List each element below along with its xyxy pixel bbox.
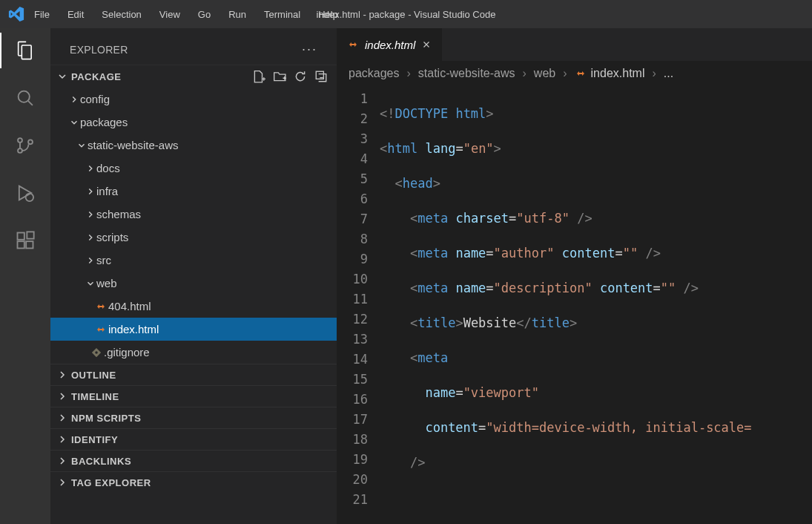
section-header-package[interactable]: PACKAGE [50,65,337,88]
chevron-right-icon: › [563,67,567,80]
activity-source-control-icon[interactable] [15,135,36,156]
tree-folder-docs[interactable]: docs [50,157,337,180]
breadcrumb-item[interactable]: web [534,67,555,80]
menu-edit[interactable]: Edit [59,1,93,27]
gitignore-file-icon [89,347,104,358]
tree-folder-schemas[interactable]: schemas [50,203,337,226]
section-timeline[interactable]: TIMELINE [50,385,337,407]
chevron-right-icon: › [407,67,411,80]
collapse-all-icon[interactable] [314,70,328,83]
html-file-icon [347,39,359,50]
svg-rect-8 [27,232,33,238]
new-file-icon[interactable] [252,70,265,83]
html-file-icon [93,301,108,312]
section-npm-scripts[interactable]: NPM SCRIPTS [50,407,337,428]
svg-rect-5 [18,233,24,240]
explorer-sidebar: EXPLORER ··· PACKAGE config packages [50,28,337,524]
menu-run[interactable]: Run [219,1,255,27]
tree-folder-packages[interactable]: packages [50,111,337,134]
refresh-icon[interactable] [294,70,307,83]
breadcrumb-item[interactable]: index.html [575,67,645,80]
svg-rect-7 [26,241,33,248]
tree-folder-static-website-aws[interactable]: static-website-aws [50,134,337,157]
svg-point-3 [28,140,33,144]
section-tag-explorer[interactable]: TAG EXPLORER [50,471,337,493]
tree-folder-scripts[interactable]: scripts [50,226,337,249]
svg-rect-6 [18,241,24,248]
menu-file[interactable]: File [25,1,59,27]
section-identify[interactable]: IDENTIFY [50,428,337,450]
tree-file-404[interactable]: 404.html [50,295,337,318]
activity-search-icon[interactable] [15,88,36,108]
vscode-logo-icon [0,6,25,22]
html-file-icon [93,324,108,335]
tab-index-html[interactable]: index.html [337,28,442,61]
close-tab-icon[interactable] [421,39,432,50]
svg-point-0 [19,91,30,102]
tree-folder-config[interactable]: config [50,88,337,111]
menu-view[interactable]: View [151,1,189,27]
tree-file-index[interactable]: index.html [50,318,337,341]
code-editor[interactable]: <!DOCTYPE html> <html lang="en"> <head> … [380,86,812,524]
line-number-gutter: 123456789101112131415161718192021 [337,86,380,524]
new-folder-icon[interactable] [273,70,286,83]
menu-go[interactable]: Go [189,1,219,27]
breadcrumbs[interactable]: packages › static-website-aws › web › in… [337,61,812,86]
tab-filename: index.html [365,39,415,51]
explorer-title: EXPLORER [70,44,128,56]
tree-file-gitignore[interactable]: .gitignore [50,341,337,364]
tree-folder-infra[interactable]: infra [50,180,337,203]
activity-extensions-icon[interactable] [15,230,36,251]
section-backlinks[interactable]: BACKLINKS [50,450,337,471]
section-outline[interactable]: OUTLINE [50,364,337,385]
breadcrumb-item[interactable]: packages [349,67,400,80]
menu-help[interactable]: Help [309,1,347,27]
explorer-more-icon[interactable]: ··· [302,42,322,57]
chevron-right-icon: › [652,67,656,80]
chevron-right-icon: › [523,67,527,80]
activity-run-debug-icon[interactable] [15,183,36,203]
tree-folder-src[interactable]: src [50,249,337,272]
tree-folder-web[interactable]: web [50,272,337,295]
activity-explorer-icon[interactable] [15,40,36,61]
breadcrumb-overflow[interactable]: ... [664,67,673,80]
file-tree: config packages static-website-aws docs … [50,88,337,364]
menu-selection[interactable]: Selection [93,1,150,27]
editor-group: index.html packages › static-website-aws… [337,28,812,524]
breadcrumb-item[interactable]: static-website-aws [418,67,515,80]
title-bar: File Edit Selection View Go Run Terminal… [0,0,812,28]
svg-point-2 [18,148,22,153]
menu-terminal[interactable]: Terminal [255,1,309,27]
menu-bar: File Edit Selection View Go Run Terminal… [25,1,347,27]
editor-tabs: index.html [337,28,812,61]
section-root-label: PACKAGE [71,71,122,82]
activity-bar [0,28,50,524]
svg-point-1 [18,138,22,143]
